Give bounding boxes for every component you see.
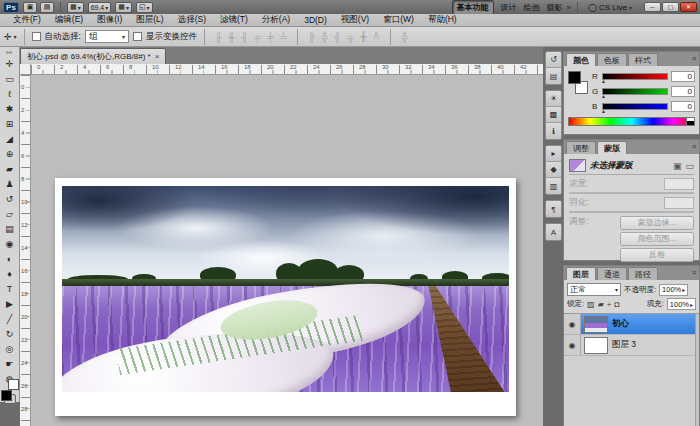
slider-thumb-icon[interactable]: ▲ xyxy=(601,93,606,99)
menu-item-7[interactable]: 分析(A) xyxy=(255,14,297,26)
panel-grip[interactable]: ▸▸ xyxy=(6,50,12,54)
feather-value-box[interactable] xyxy=(664,197,694,209)
close-button[interactable]: ✕ xyxy=(680,2,697,12)
mask-button-3[interactable]: 反相 xyxy=(620,248,694,262)
tool-preset-picker[interactable]: ✛▾ xyxy=(4,32,17,42)
menu-item-10[interactable]: 窗口(W) xyxy=(376,14,421,26)
tool-presets-panel-icon[interactable]: ◆ xyxy=(546,162,561,178)
layers-tab[interactable]: 图层 xyxy=(566,267,596,280)
layers-panel-menu-icon[interactable]: ≡ xyxy=(692,269,696,276)
lavender-field-photo[interactable] xyxy=(62,186,509,392)
masks-tab[interactable]: 调整 xyxy=(566,141,596,154)
screen-mode-button[interactable]: ◱▾ xyxy=(136,2,153,13)
menu-item-6[interactable]: 滤镜(T) xyxy=(213,14,255,26)
layer-visibility-eye-icon[interactable]: ◉ xyxy=(564,314,581,334)
slider-thumb-icon[interactable]: ▲ xyxy=(601,78,606,84)
eraser-tool[interactable]: ▱ xyxy=(2,206,18,221)
3d-rotate-tool[interactable]: ↻ xyxy=(2,326,18,341)
history-brush-tool[interactable]: ↺ xyxy=(2,191,18,206)
info-panel-icon[interactable]: ℹ xyxy=(546,123,561,139)
distribute-bottom-edges-icon[interactable]: ╣ xyxy=(331,32,344,42)
menu-item-8[interactable]: 3D(D) xyxy=(297,15,334,25)
panel-color-swatches[interactable] xyxy=(568,71,588,101)
distribute-horizontal-centers-icon[interactable]: ╋ xyxy=(357,32,370,42)
distribute-top-edges-icon[interactable]: ╠ xyxy=(305,32,318,42)
type-tool[interactable]: T xyxy=(2,281,18,296)
foreground-color-chip[interactable] xyxy=(568,71,581,84)
gradient-tool[interactable]: ▤ xyxy=(2,221,18,236)
lock-transparent-icon[interactable]: ▨ xyxy=(587,300,595,309)
lock-position-icon[interactable]: + xyxy=(607,300,612,309)
opacity-value[interactable]: 100%▸ xyxy=(659,284,688,296)
mini-bridge-panel-icon[interactable]: ▤ xyxy=(546,68,561,84)
menu-item-3[interactable]: 图像(I) xyxy=(90,14,129,26)
workspace-button-2[interactable]: 设计 xyxy=(501,2,517,13)
mask-button-1[interactable]: 蒙版边缘... xyxy=(620,216,694,230)
color-panel-menu-icon[interactable]: ≡ xyxy=(692,55,696,62)
3d-orbit-tool[interactable]: ◎ xyxy=(2,341,18,356)
vertical-ruler[interactable]: 0246810121416182022242628 xyxy=(20,75,31,426)
layers-tab[interactable]: 通道 xyxy=(597,267,627,280)
auto-align-layers-button[interactable]: ╬ xyxy=(398,32,411,42)
adjustments-panel-icon[interactable]: ☀ xyxy=(546,91,561,107)
align-horizontal-centers-icon[interactable]: ╫ xyxy=(225,32,238,42)
actions-panel-icon[interactable]: ▸ xyxy=(546,146,561,162)
paragraph-panel-icon[interactable]: ¶ xyxy=(546,201,561,217)
restore-button[interactable]: ▢ xyxy=(662,2,679,12)
zoom-level-button[interactable]: 69.4▾ xyxy=(88,2,112,13)
layer-row[interactable]: ◉初心 xyxy=(564,314,699,335)
feather-slider[interactable] xyxy=(569,211,694,213)
channel-value-g[interactable]: 0 xyxy=(671,86,695,97)
bridge-icon[interactable]: ▣ xyxy=(23,2,37,13)
blur-tool[interactable]: ◉ xyxy=(2,236,18,251)
workspace-button-1[interactable]: 基本功能 xyxy=(452,0,494,15)
character-panel-icon[interactable]: A xyxy=(546,224,561,240)
layers-scrollbar[interactable] xyxy=(695,314,699,426)
move-tool[interactable]: ✛ xyxy=(2,56,18,71)
dodge-tool[interactable]: ◐ xyxy=(2,251,18,266)
quick-selection-tool[interactable]: ✱ xyxy=(2,101,18,116)
marquee-tool[interactable]: ▭ xyxy=(2,71,18,86)
document-tab[interactable]: 初心.psd @ 69.4%(初心,RGB/8#) * × xyxy=(20,48,166,64)
color-tab[interactable]: 色板 xyxy=(597,53,627,66)
distribute-vertical-centers-icon[interactable]: ╬ xyxy=(318,32,331,42)
brush-tool[interactable]: ▰ xyxy=(2,161,18,176)
mini-bridge-icon[interactable]: ▤ xyxy=(40,2,54,13)
color-tab[interactable]: 颜色 xyxy=(566,53,596,66)
cs-live-button[interactable]: ◯ CS Live ▾ xyxy=(588,3,632,12)
menu-item-9[interactable]: 视图(V) xyxy=(334,14,376,26)
layer-thumbnail[interactable] xyxy=(584,316,608,333)
density-slider[interactable] xyxy=(569,192,694,194)
masks-tab[interactable]: 蒙版 xyxy=(597,141,627,154)
menu-item-2[interactable]: 编辑(E) xyxy=(48,14,90,26)
auto-select-dropdown[interactable]: 组▾ xyxy=(85,30,129,43)
canvas-document[interactable] xyxy=(55,178,516,416)
color-spectrum-ramp[interactable] xyxy=(568,117,695,126)
layer-visibility-eye-icon[interactable]: ◉ xyxy=(564,335,581,355)
view-extras-button[interactable]: ▦▾ xyxy=(67,2,84,13)
menu-item-4[interactable]: 图层(L) xyxy=(129,14,170,26)
align-top-edges-icon[interactable]: ╤ xyxy=(251,32,264,42)
distribute-left-edges-icon[interactable]: ╦ xyxy=(344,32,357,42)
lock-pixels-icon[interactable]: ▰ xyxy=(598,300,604,309)
channel-value-r[interactable]: 0 xyxy=(671,71,695,82)
crop-tool[interactable]: ⊞ xyxy=(2,116,18,131)
density-value-box[interactable] xyxy=(664,178,694,190)
align-left-edges-icon[interactable]: ╟ xyxy=(212,32,225,42)
workspace-button-3[interactable]: 绘画 xyxy=(524,2,540,13)
align-right-edges-icon[interactable]: ╢ xyxy=(238,32,251,42)
workspace-button-4[interactable]: 摄影 xyxy=(547,2,563,13)
tab-close-icon[interactable]: × xyxy=(155,52,160,61)
eyedropper-tool[interactable]: ◢ xyxy=(2,131,18,146)
horizontal-ruler[interactable]: 024681012141618202224262830323436384042 xyxy=(31,64,543,75)
background-color-swatch[interactable] xyxy=(8,379,19,390)
align-vertical-centers-icon[interactable]: ╪ xyxy=(264,32,277,42)
pen-tool[interactable]: ♦ xyxy=(2,266,18,281)
channel-slider-b[interactable]: ▲ xyxy=(602,103,668,110)
blend-mode-dropdown[interactable]: 正常▾ xyxy=(567,283,621,296)
workspace-overflow-button[interactable]: » xyxy=(567,3,571,12)
clone-stamp-tool[interactable]: ♟ xyxy=(2,176,18,191)
hand-tool[interactable]: ☛ xyxy=(2,356,18,371)
show-transform-checkbox[interactable] xyxy=(133,32,142,41)
healing-brush-tool[interactable]: ⊕ xyxy=(2,146,18,161)
